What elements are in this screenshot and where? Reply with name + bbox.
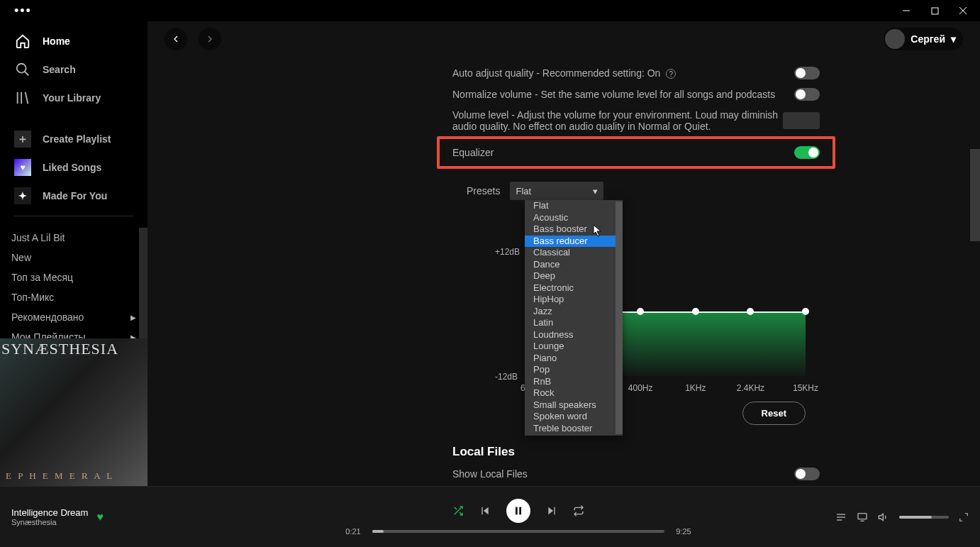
now-playing-cover[interactable]: SYNÆSTHESIA E P H E M E R A L xyxy=(0,338,147,486)
svg-line-8 xyxy=(26,92,28,104)
toggle-normalize[interactable] xyxy=(794,88,820,101)
app-menu-icon[interactable]: ••• xyxy=(6,4,32,18)
reset-button[interactable]: Reset xyxy=(742,402,806,425)
sidebar-item-home[interactable]: Home xyxy=(3,27,145,55)
sidebar-item-label: Create Playlist xyxy=(43,133,111,145)
queue-button[interactable] xyxy=(835,512,847,523)
svg-rect-10 xyxy=(481,507,482,514)
playlist-item[interactable]: Топ-Микс xyxy=(0,287,147,307)
like-button[interactable]: ♥ xyxy=(96,511,104,524)
setting-auto-adjust-label: Auto adjust quality - Recommended settin… xyxy=(452,67,676,79)
y-axis-label: -12dB xyxy=(495,372,518,382)
section-header-local-files: Local Files xyxy=(452,445,820,459)
preset-option[interactable]: Piano xyxy=(525,353,623,365)
sidebar-item-label: Made For You xyxy=(43,190,107,201)
previous-button[interactable] xyxy=(479,505,491,516)
svg-rect-1 xyxy=(932,8,938,14)
playlist-item[interactable]: Топ за Месяц xyxy=(0,267,147,287)
eq-handle[interactable] xyxy=(802,308,809,315)
sidebar-item-library[interactable]: Your Library xyxy=(3,84,145,112)
preset-dropdown[interactable]: FlatAcousticBass boosterBass reducerClas… xyxy=(525,200,623,436)
nav-back-button[interactable] xyxy=(165,28,187,50)
sidebar-item-create-playlist[interactable]: ＋ Create Playlist xyxy=(3,125,145,153)
divider xyxy=(14,216,133,216)
preset-option[interactable]: Dance xyxy=(525,259,623,271)
preset-option[interactable]: Electronic xyxy=(525,282,623,294)
main-scrollbar[interactable] xyxy=(970,21,980,486)
preset-option[interactable]: Lounge xyxy=(525,341,623,353)
preset-option[interactable]: RnB xyxy=(525,376,623,388)
x-axis-label: 2.4KHz xyxy=(737,383,764,393)
devices-button[interactable] xyxy=(857,512,868,523)
window-close-button[interactable] xyxy=(956,4,970,18)
shuffle-button[interactable] xyxy=(452,505,464,516)
svg-point-4 xyxy=(17,64,26,73)
toggle-equalizer[interactable] xyxy=(794,146,820,159)
fullscreen-button[interactable] xyxy=(959,512,969,522)
sidebar-item-label: Search xyxy=(43,64,76,75)
sidebar: Home Search Your Library ＋ Create Playli… xyxy=(0,21,147,486)
preset-option[interactable]: Deep xyxy=(525,270,623,282)
playlist-item[interactable]: New xyxy=(0,248,147,267)
setting-volume-level-label: Volume level - Adjust the volume for you… xyxy=(452,109,783,132)
preset-option[interactable]: Loudness xyxy=(525,329,623,341)
chevron-right-icon: ▶ xyxy=(130,333,136,339)
chevron-down-icon: ▾ xyxy=(951,33,956,45)
preset-option[interactable]: Classical xyxy=(525,247,623,259)
main-content: Сергей ▾ Auto adjust quality - Recommend… xyxy=(147,21,980,486)
user-menu-button[interactable]: Сергей ▾ xyxy=(884,28,963,50)
sidebar-item-liked-songs[interactable]: ♥ Liked Songs xyxy=(3,153,145,182)
equalizer-label: Equalizer xyxy=(452,147,494,158)
track-artist[interactable]: Synæsthesia xyxy=(11,518,88,526)
presets-label: Presets xyxy=(467,185,500,197)
playlist-item[interactable]: Just A Lil Bit xyxy=(0,228,147,248)
progress-bar[interactable] xyxy=(372,530,664,533)
toggle-show-local[interactable] xyxy=(794,468,820,480)
preset-option[interactable]: Spoken word xyxy=(525,411,623,423)
sidebar-item-search[interactable]: Search xyxy=(3,55,145,84)
chevron-right-icon: ▶ xyxy=(130,314,136,321)
x-axis-label: 400Hz xyxy=(628,383,653,393)
volume-slider[interactable] xyxy=(899,516,949,519)
preset-option[interactable]: Bass booster xyxy=(525,223,623,236)
equalizer-panel: Presets Flat ▾ FlatAcousticBass boosterB… xyxy=(452,176,820,435)
volume-button[interactable] xyxy=(878,512,889,523)
duration-time: 9:25 xyxy=(672,527,696,536)
preset-option[interactable]: Small speakers xyxy=(525,399,623,411)
svg-rect-11 xyxy=(516,507,518,514)
next-button[interactable] xyxy=(546,505,557,516)
playlist-item[interactable]: Рекомендовано▶ xyxy=(0,307,147,327)
sidebar-scrollbar[interactable] xyxy=(139,228,147,338)
sidebar-item-made-for-you[interactable]: ✦ Made For You xyxy=(3,182,145,210)
eq-handle[interactable] xyxy=(692,308,699,315)
plus-icon: ＋ xyxy=(14,131,31,148)
preset-option[interactable]: Bass reducer xyxy=(525,236,623,248)
nav-forward-button[interactable] xyxy=(199,28,221,50)
preset-option[interactable]: Pop xyxy=(525,364,623,376)
sidebar-item-label: Home xyxy=(43,35,70,47)
window-maximize-button[interactable] xyxy=(928,4,942,18)
preset-option[interactable]: Rock xyxy=(525,387,623,399)
user-name: Сергей xyxy=(911,33,945,45)
track-title[interactable]: Intelligence Dream xyxy=(11,507,88,518)
preset-option[interactable]: HipHop xyxy=(525,294,623,306)
cover-subtitle: E P H E M E R A L xyxy=(6,470,114,482)
play-pause-button[interactable] xyxy=(506,499,530,523)
window-minimize-button[interactable] xyxy=(899,4,913,18)
preset-option[interactable]: Acoustic xyxy=(525,212,623,224)
preset-select[interactable]: Flat ▾ xyxy=(510,182,603,200)
dropdown-scrollbar[interactable] xyxy=(616,201,623,434)
volume-level-select[interactable] xyxy=(783,112,820,129)
preset-option[interactable]: Latin xyxy=(525,317,623,329)
preset-option[interactable]: Flat xyxy=(525,200,623,212)
cover-title: SYNÆSTHESIA xyxy=(1,340,118,358)
info-icon[interactable]: ? xyxy=(666,69,676,79)
svg-rect-12 xyxy=(519,507,521,514)
svg-marker-20 xyxy=(879,514,883,520)
library-icon xyxy=(14,89,31,106)
toggle-auto-adjust[interactable] xyxy=(794,67,820,79)
repeat-button[interactable] xyxy=(573,505,584,516)
preset-option[interactable]: Treble booster xyxy=(525,423,623,435)
playlist-item[interactable]: Мои Плейлисты▶ xyxy=(0,327,147,338)
preset-option[interactable]: Jazz xyxy=(525,306,623,318)
